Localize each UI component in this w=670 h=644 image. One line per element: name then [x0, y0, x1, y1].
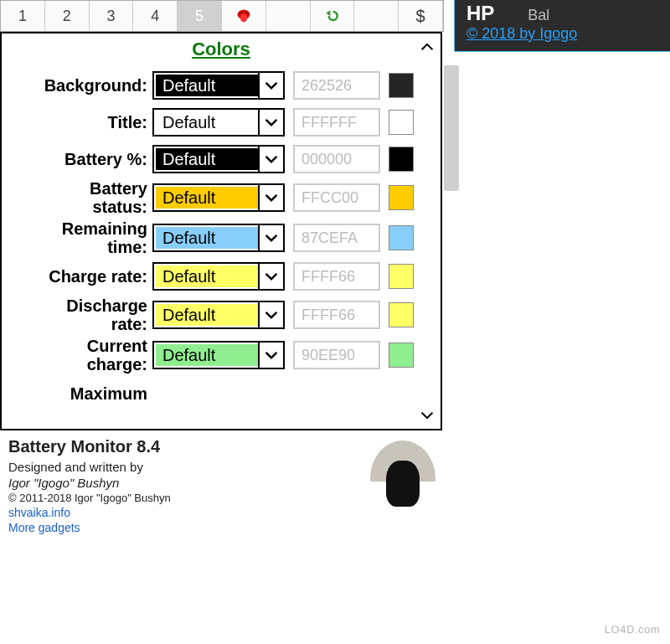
dropdown-value: Default — [154, 225, 258, 250]
color-row: Batterystatus:DefaultFFCC00 — [2, 178, 441, 218]
svg-point-1 — [240, 14, 247, 23]
watermark-text: LO4D.com — [605, 623, 660, 636]
color-dropdown[interactable]: Default — [152, 71, 285, 100]
scroll-up-button[interactable] — [419, 39, 436, 55]
color-row: Background:Default262526 — [2, 67, 441, 104]
cat-icon — [386, 461, 420, 507]
chevron-down-icon — [258, 264, 283, 289]
color-row: Currentcharge:Default90EE90 — [2, 335, 441, 375]
hex-input[interactable]: 262526 — [293, 71, 380, 100]
hex-input[interactable]: FFFF66 — [293, 262, 380, 291]
color-dropdown[interactable]: Default — [152, 108, 285, 137]
hex-input[interactable]: FFFF66 — [293, 301, 380, 329]
popup-tooltip: HP Bal © 2018 by Igogo — [454, 0, 670, 52]
about-copyright: © 2011-2018 Igor "Igogo" Bushyn — [8, 492, 362, 504]
undo-icon[interactable] — [311, 1, 355, 31]
color-label: Dischargerate: — [2, 296, 152, 333]
about-link-site[interactable]: shvaika.info — [8, 506, 362, 519]
color-row: Charge rate:DefaultFFFF66 — [2, 258, 441, 295]
hex-input[interactable]: 87CEFA — [293, 224, 380, 252]
tongue-icon[interactable] — [222, 1, 266, 31]
chevron-down-icon — [258, 225, 283, 250]
chevron-down-icon — [258, 147, 283, 172]
hex-input[interactable]: FFFFFF — [293, 108, 380, 137]
dropdown-value: Default — [154, 147, 258, 172]
color-swatch[interactable] — [389, 225, 414, 250]
color-swatch[interactable] — [389, 73, 414, 98]
tab-3[interactable]: 3 — [90, 1, 134, 31]
tab-4[interactable]: 4 — [133, 1, 178, 31]
color-dropdown[interactable]: Default — [152, 301, 285, 329]
color-swatch[interactable] — [389, 110, 414, 135]
color-label: Title: — [2, 113, 152, 131]
hex-input[interactable]: 000000 — [293, 145, 380, 173]
color-swatch[interactable] — [389, 185, 414, 210]
color-label: Batterystatus: — [2, 179, 152, 216]
about-section: Battery Monitor 8.4 Designed and written… — [0, 430, 444, 541]
popup-bal-label: Bal — [528, 7, 549, 24]
color-dropdown[interactable]: Default — [152, 262, 285, 291]
color-label: Maximum — [2, 384, 152, 403]
chevron-down-icon — [258, 73, 283, 98]
dropdown-value: Default — [154, 185, 258, 210]
color-swatch[interactable] — [389, 147, 414, 172]
author-avatar — [370, 440, 436, 516]
color-label: Currentcharge: — [2, 337, 152, 374]
about-author: Igor "Igogo" Bushyn — [8, 476, 362, 490]
color-swatch[interactable] — [389, 302, 414, 327]
color-row-truncated: Maximum — [2, 375, 441, 412]
color-dropdown[interactable]: Default — [152, 224, 285, 252]
popup-copyright-link[interactable]: © 2018 by Igogo — [466, 25, 577, 42]
tab-2[interactable]: 2 — [45, 1, 90, 31]
color-label: Remainingtime: — [2, 219, 152, 256]
color-dropdown[interactable]: Default — [152, 183, 285, 212]
color-dropdown[interactable]: Default — [152, 145, 285, 173]
tab-spacer-2 — [354, 1, 399, 31]
tab-1[interactable]: 1 — [1, 1, 45, 31]
color-swatch[interactable] — [389, 343, 414, 368]
dropdown-value: Default — [154, 302, 258, 327]
panel-title: Colors — [2, 39, 441, 60]
about-designed: Designed and written by — [8, 460, 362, 474]
hex-input[interactable]: 90EE90 — [293, 341, 380, 369]
color-label: Battery %: — [2, 150, 152, 168]
popup-hp-label: HP — [466, 2, 494, 25]
scrollbar-thumb[interactable] — [444, 65, 459, 191]
about-link-more[interactable]: More gadgets — [8, 521, 362, 534]
color-row: Remainingtime:Default87CEFA — [2, 218, 441, 258]
color-swatch[interactable] — [389, 264, 414, 289]
tab-spacer-1 — [266, 1, 311, 31]
scroll-down-button[interactable] — [419, 407, 436, 424]
chevron-down-icon — [258, 343, 283, 368]
chevron-down-icon — [258, 302, 283, 327]
colors-panel: Colors Background:Default262526Title:Def… — [0, 32, 442, 430]
dollar-icon[interactable]: $ — [399, 1, 443, 31]
color-dropdown[interactable]: Default — [152, 341, 285, 369]
chevron-down-icon — [258, 110, 283, 135]
color-label: Background: — [2, 76, 152, 95]
dropdown-value: Default — [154, 73, 258, 98]
dropdown-value: Default — [154, 264, 258, 289]
chevron-down-icon — [258, 185, 283, 210]
dropdown-value: Default — [154, 343, 258, 368]
app-title: Battery Monitor 8.4 — [8, 437, 362, 456]
color-row: Battery %:Default000000 — [2, 141, 441, 178]
color-row: Dischargerate:DefaultFFFF66 — [2, 295, 441, 335]
hex-input[interactable]: FFCC00 — [293, 183, 380, 212]
color-label: Charge rate: — [2, 267, 152, 286]
dropdown-value: Default — [154, 110, 258, 135]
color-row: Title:DefaultFFFFFF — [2, 104, 441, 141]
tab-5[interactable]: 5 — [178, 1, 222, 31]
tab-bar: 1 2 3 4 5 $ — [0, 0, 444, 32]
